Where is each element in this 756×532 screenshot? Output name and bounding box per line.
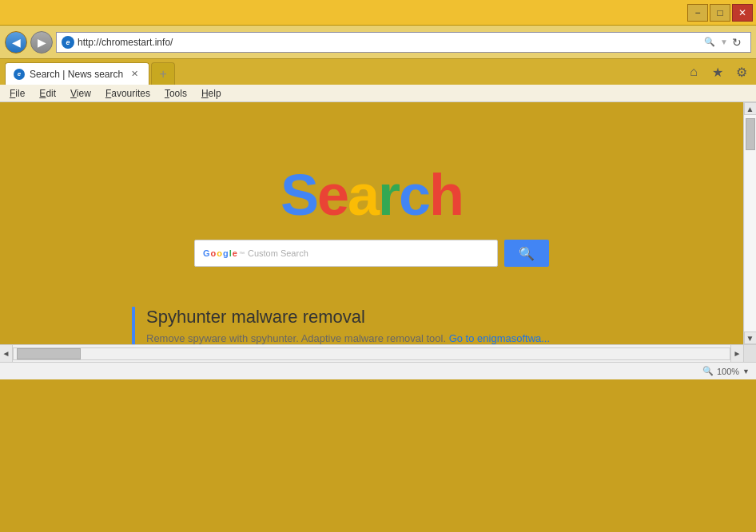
scroll-right-arrow[interactable]: ► [730,345,743,363]
content-area: Search Google ™ Custom Search 🔍 Spyhunte… [0,102,743,344]
back-button[interactable]: ◀ [5,31,27,54]
scroll-down-arrow[interactable]: ▼ [744,332,757,344]
zoom-dropdown[interactable]: ▼ [742,367,750,375]
bottom-scrollbar: ◄ ► [0,344,756,362]
headline: Spyhunter malware removal [146,307,611,328]
new-tab-button[interactable]: + [151,62,175,85]
status-zoom: 🔍 100% ▼ [702,366,750,376]
description-text: Remove spyware with spyhunter. Adaptive … [146,332,446,344]
zoom-level: 100% [717,367,739,376]
logo-letter-r: r [378,163,399,227]
address-search-icon[interactable]: 🔍 [701,34,718,51]
menu-help[interactable]: Help [195,86,228,101]
status-bar: 🔍 100% ▼ [0,362,756,379]
search-input[interactable]: Google ™ Custom Search [194,240,498,267]
logo-letter-e: e [317,163,348,227]
google-o2: o [217,248,222,258]
scroll-up-arrow[interactable]: ▲ [744,102,757,115]
menu-view[interactable]: View [64,86,97,101]
right-scrollbar: ▲ ▼ [743,102,756,344]
custom-search-label: Custom Search [248,248,308,258]
home-icon[interactable]: ⌂ [684,62,703,81]
maximize-button[interactable]: □ [710,4,730,22]
tab-title: Search | News search [30,69,123,80]
content-with-scrollbar: Search Google ™ Custom Search 🔍 Spyhunte… [0,102,756,344]
search-logo: Search [281,166,463,224]
logo-letter-h: h [429,163,463,227]
logo-letter-c: c [399,163,429,227]
tab-close-button[interactable]: ✕ [128,68,141,81]
logo-letter-s: S [281,163,317,227]
google-l: l [229,248,232,258]
link-text[interactable]: Go to enigmasoftwa... [449,332,550,344]
google-g: G [203,248,210,258]
refresh-button[interactable]: ↻ [728,34,746,51]
scroll-thumb[interactable] [746,118,755,150]
description: Remove spyware with spyhunter. Adaptive … [146,332,611,344]
settings-icon[interactable]: ⚙ [732,62,751,81]
address-bar: ◀ ▶ e http://chromestart.info/ 🔍 ▼ ↻ [0,26,756,59]
google-g2: g [223,248,229,258]
address-input-container[interactable]: e http://chromestart.info/ 🔍 ▼ ↻ [56,32,751,53]
zoom-icon: 🔍 [702,366,714,376]
minimize-button[interactable]: − [687,4,708,22]
google-o1: o [211,248,217,258]
corner-resize [743,345,756,363]
forward-button[interactable]: ▶ [30,31,53,54]
active-tab[interactable]: e Search | News search ✕ [5,62,149,85]
tab-ie-icon: e [14,69,25,80]
menu-favourites[interactable]: Favourites [99,86,157,101]
ie-icon-address: e [62,36,74,49]
dropdown-icon[interactable]: ▼ [720,38,728,46]
search-button[interactable]: 🔍 [504,240,549,267]
menu-file[interactable]: File [3,86,31,101]
logo-letter-a: a [348,163,378,227]
h-scroll-track[interactable] [13,347,730,360]
scroll-track[interactable] [745,115,756,332]
menu-edit[interactable]: Edit [33,86,62,101]
close-button[interactable]: ✕ [732,4,753,22]
google-e: e [233,248,237,258]
address-text: http://chromestart.info/ [78,37,701,48]
google-tm: ™ [239,251,245,256]
search-button-icon: 🔍 [519,246,535,261]
title-bar: − □ ✕ [0,0,756,26]
scroll-left-arrow[interactable]: ◄ [0,345,13,363]
h-scroll-thumb[interactable] [17,348,81,359]
menu-tools[interactable]: Tools [158,86,193,101]
browser-window: − □ ✕ ◀ ▶ e http://chromestart.info/ 🔍 ▼… [0,0,756,379]
bottom-content-section: Spyhunter malware removal Remove spyware… [132,307,611,344]
favorites-icon[interactable]: ★ [708,62,727,81]
menu-bar: File Edit View Favourites Tools Help [0,85,756,102]
tab-bar: e Search | News search ✕ + ⌂ ★ ⚙ [0,59,756,85]
toolbar-right: ⌂ ★ ⚙ [684,62,751,85]
title-bar-right: − □ ✕ [687,4,753,22]
search-box-container: Google ™ Custom Search 🔍 [194,240,549,267]
address-icons: 🔍 ▼ [701,34,728,51]
